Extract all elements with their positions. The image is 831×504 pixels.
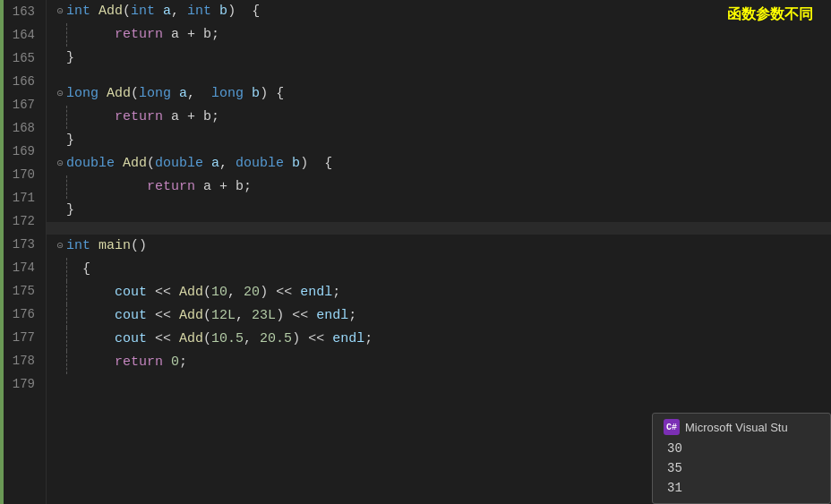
green-bar [0,0,4,504]
ln-169: 169 [7,140,35,163]
code-line-175: { [47,258,831,281]
ln-168: 168 [7,116,35,140]
ln-163: 163 [7,0,35,23]
ln-165: 165 [7,47,35,70]
editor-container: 163 164 165 166 167 168 169 170 171 172 … [0,0,831,504]
code-line-177: cout << Add ( 12L , 23L ) << endl ; [47,304,831,328]
vs-icon: C# [664,419,680,435]
ln-170: 170 [7,163,35,186]
ln-178: 178 [7,349,35,372]
result-1: 30 [667,439,819,458]
ln-176: 176 [7,303,35,326]
fold-icon-170[interactable]: ⊝ [54,158,66,170]
code-line-176: cout << Add ( 10 , 20 ) << endl ; [47,281,831,304]
ln-174: 174 [7,256,35,279]
code-line-172: } [47,199,831,222]
ln-164: 164 [7,23,35,47]
code-line-173 [47,222,831,235]
kw-int-163: int [66,0,99,23]
ln-167: 167 [7,93,35,116]
code-line-169: } [47,129,831,152]
code-line-170: ⊝ double Add ( double a , double b ) { [47,152,831,175]
line-numbers: 163 164 165 166 167 168 169 170 171 172 … [0,0,47,504]
code-line-174: ⊝ int main () [47,235,831,258]
code-area: ⊝ int Add ( int a , int b ) { 函数参数不同 ret… [47,0,831,504]
fold-icon-167[interactable]: ⊝ [54,88,66,100]
ln-171: 171 [7,186,35,209]
fold-icon-163[interactable]: ⊝ [54,5,66,18]
code-line-165: } [47,47,831,70]
ln-172: 172 [7,209,35,233]
tooltip-header: C# Microsoft Visual Stu [664,419,819,435]
ln-173: 173 [7,233,35,256]
ln-175: 175 [7,279,35,303]
tooltip-popup: C# Microsoft Visual Stu 30 35 31 [652,413,831,504]
fold-icon-174[interactable]: ⊝ [54,240,66,252]
code-line-164: return a + b; [47,23,831,47]
code-line-163: ⊝ int Add ( int a , int b ) { 函数参数不同 [47,0,831,23]
code-line-171: return a + b; [47,175,831,199]
result-3: 31 [667,478,819,498]
ln-166: 166 [7,70,35,93]
code-line-167: ⊝ long Add ( long a , long b ) { [47,82,831,106]
code-line-168: return a + b; [47,106,831,129]
ln-179: 179 [7,372,35,396]
code-line-166 [47,70,831,82]
tooltip-results: 30 35 31 [664,439,819,498]
ln-177: 177 [7,326,35,349]
code-line-179: return 0 ; [47,351,831,374]
tooltip-title: Microsoft Visual Stu [685,421,788,434]
fn-add-163: Add [99,0,123,23]
code-line-178: cout << Add ( 10.5 , 20.5 ) << endl ; [47,328,831,351]
result-2: 35 [667,458,819,478]
